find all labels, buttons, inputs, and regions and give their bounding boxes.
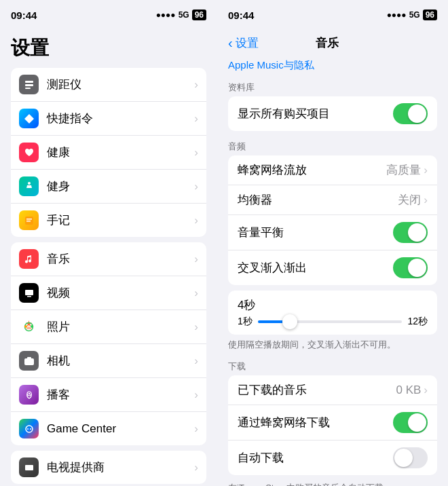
left-status-bar: 09:44 ●●●● 5G 96 [0, 0, 217, 30]
tv-label: 视频 [47, 285, 194, 301]
right-header: ‹ 设置 音乐 [217, 30, 448, 58]
library-section-header: 资料库 [217, 77, 448, 96]
crossfade-label: 交叉渐入渐出 [238, 260, 393, 276]
settings-group-1: 测距仪 › 快捷指令 › 健康 › 健身 [11, 68, 206, 237]
downloaded-music-value: 0 KB [396, 384, 421, 397]
photos-icon [19, 317, 39, 337]
sidebar-item-shortcuts[interactable]: 快捷指令 › [11, 102, 206, 136]
sidebar-item-fitness[interactable]: 健身 › [11, 170, 206, 204]
measure-icon [19, 75, 39, 94]
right-panel-title: 音乐 [316, 35, 339, 51]
music-chevron: › [194, 253, 198, 266]
right-signal-icon: ●●●● [387, 10, 407, 20]
apple-music-privacy-link[interactable]: Apple Music与隐私 [217, 58, 448, 77]
settings-list: 测距仪 › 快捷指令 › 健康 › 健身 [0, 68, 217, 486]
sidebar-item-gamecenter[interactable]: Game Center › [11, 412, 206, 445]
show-purchases-item[interactable]: 显示所有购买项目 [228, 96, 437, 131]
back-chevron-icon: ‹ [228, 35, 233, 51]
slider-thumb[interactable] [282, 314, 297, 329]
svg-rect-0 [25, 81, 33, 83]
equalizer-label: 均衡器 [238, 192, 398, 208]
show-purchases-toggle[interactable] [393, 103, 428, 124]
sidebar-item-tv[interactable]: tv 视频 › [11, 276, 206, 310]
sidebar-item-measure[interactable]: 测距仪 › [11, 68, 206, 102]
volume-balance-label: 音量平衡 [238, 225, 393, 240]
slider-section: 4秒 1秒 12秒 [228, 291, 437, 335]
svg-text:tv: tv [27, 292, 29, 295]
tvprovider-chevron: › [194, 461, 198, 474]
cellular-streaming-chevron: › [424, 164, 428, 177]
cellular-download-item[interactable]: 通过蜂窝网络下载 [228, 405, 437, 441]
measure-label: 测距仪 [47, 77, 194, 92]
right-time: 09:44 [228, 10, 254, 21]
slider-track[interactable] [258, 320, 403, 323]
cellular-streaming-item[interactable]: 蜂窝网络流放 高质量 › [228, 155, 437, 185]
download-group: 已下载的音乐 0 KB › 通过蜂窝网络下载 自动下载 [228, 375, 437, 475]
notes-icon [19, 210, 39, 230]
svg-rect-2 [25, 88, 31, 89]
slider-max-label: 12秒 [407, 316, 428, 328]
photos-label: 照片 [47, 319, 194, 335]
right-panel: 09:44 ●●●● 5G 96 ‹ 设置 音乐 Apple Music与隐私 … [217, 0, 448, 486]
tvprovider-label: 电视提供商 [47, 460, 194, 475]
crossfade-thumb [408, 259, 426, 277]
slider-min-label: 1秒 [238, 316, 253, 328]
shortcuts-label: 快捷指令 [47, 111, 194, 126]
music-icon [19, 249, 39, 269]
sidebar-item-photos[interactable]: 照片 › [11, 310, 206, 344]
health-icon [19, 143, 39, 162]
auto-download-item[interactable]: 自动下载 [228, 441, 437, 475]
sidebar-item-notes[interactable]: 手记 › [11, 204, 206, 237]
sidebar-item-tvprovider[interactable]: S 电视提供商 › [11, 451, 206, 484]
cellular-download-toggle[interactable] [393, 412, 428, 433]
volume-balance-item[interactable]: 音量平衡 [228, 215, 437, 250]
battery-icon: 96 [192, 10, 206, 20]
left-time: 09:44 [11, 10, 37, 21]
cellular-streaming-label: 蜂窝网络流放 [238, 162, 386, 178]
svg-rect-9 [27, 296, 31, 297]
auto-download-thumb [394, 449, 413, 467]
health-label: 健康 [47, 145, 194, 160]
right-content: Apple Music与隐私 资料库 显示所有购买项目 音频 蜂窝网络流放 高质… [217, 58, 448, 486]
camera-chevron: › [194, 354, 198, 368]
volume-balance-thumb [408, 223, 426, 242]
photos-chevron: › [194, 320, 198, 334]
svg-point-19 [28, 392, 29, 394]
camera-icon [19, 351, 39, 371]
podcasts-label: 播客 [47, 387, 194, 403]
library-group: 显示所有购买项目 [228, 96, 437, 131]
svg-rect-6 [26, 219, 32, 220]
back-button[interactable]: ‹ 设置 [228, 35, 259, 51]
auto-download-toggle[interactable] [393, 447, 428, 468]
svg-point-21 [27, 428, 29, 430]
left-status-icons: ●●●● 5G 96 [156, 10, 206, 20]
notes-chevron: › [194, 214, 198, 227]
svg-rect-17 [27, 357, 31, 359]
shortcuts-chevron: › [194, 112, 198, 126]
cellular-download-label: 通过蜂窝网络下载 [238, 415, 393, 430]
equalizer-item[interactable]: 均衡器 关闭 › [228, 185, 437, 215]
right-status-bar: 09:44 ●●●● 5G 96 [217, 0, 448, 30]
downloaded-music-item[interactable]: 已下载的音乐 0 KB › [228, 375, 437, 405]
fitness-label: 健身 [47, 179, 194, 194]
svg-rect-1 [25, 84, 33, 86]
sidebar-item-health[interactable]: 健康 › [11, 136, 206, 170]
downloaded-music-label: 已下载的音乐 [238, 382, 396, 398]
equalizer-value: 关闭 [398, 192, 421, 208]
sidebar-item-camera[interactable]: 相机 › [11, 344, 206, 378]
podcasts-icon [19, 385, 39, 405]
sidebar-item-music[interactable]: 音乐 › [11, 242, 206, 276]
sidebar-item-podcasts[interactable]: 播客 › [11, 378, 206, 412]
volume-balance-toggle[interactable] [393, 222, 428, 243]
auto-download-label: 自动下载 [238, 450, 393, 466]
svg-point-13 [24, 325, 27, 328]
crossfade-item[interactable]: 交叉渐入渐出 [228, 250, 437, 285]
settings-group-2: 音乐 › tv 视频 › [11, 242, 206, 445]
network-type: 5G [179, 10, 189, 20]
tv-icon: tv [19, 283, 39, 303]
crossfade-toggle[interactable] [393, 257, 428, 278]
signal-icon: ●●●● [156, 10, 176, 20]
shortcuts-icon [19, 109, 39, 128]
downloaded-music-chevron: › [424, 384, 428, 397]
download-section-header: 下载 [217, 356, 448, 375]
